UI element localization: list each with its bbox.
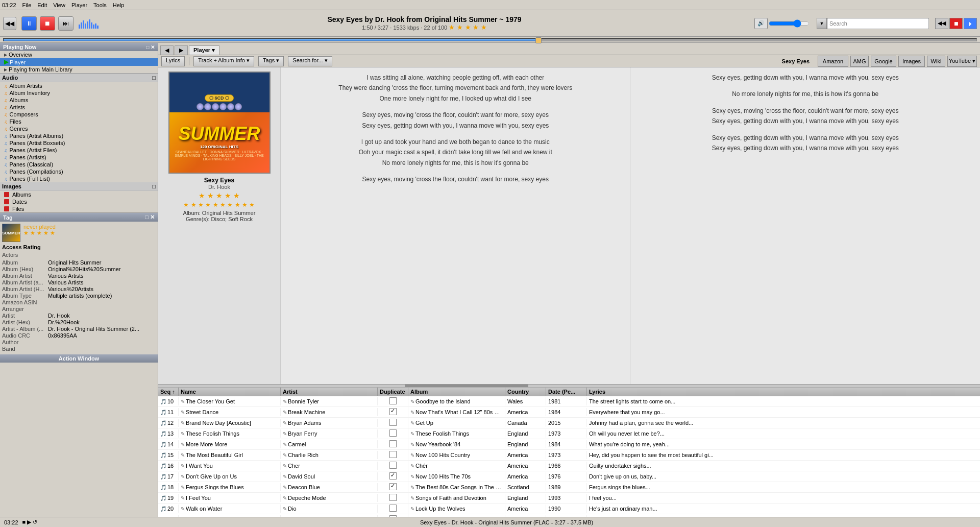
table-row[interactable]: 🎵11 ✎Street Dance ✎Break Machine ✎Now Th… xyxy=(158,407,980,418)
audio-expand[interactable]: □ xyxy=(152,75,156,81)
artists-label: Artists xyxy=(10,104,26,110)
google-button[interactable]: Google xyxy=(871,56,896,67)
images-button[interactable]: Images xyxy=(898,56,925,67)
tag-stars[interactable]: ★ ★ ★ ★ ★ xyxy=(23,230,156,236)
tab-player[interactable]: Player ▾ xyxy=(189,45,219,55)
menubar: 03:22 File Edit View Player Tools Help xyxy=(0,0,980,10)
album-rating-stars[interactable]: ★ ★ ★ ★ ★ xyxy=(199,191,240,200)
album-artist: Dr. Hook xyxy=(208,184,230,190)
table-row[interactable]: 🎵12 ✎Brand New Day [Acoustic] ✎Bryan Ada… xyxy=(158,418,980,428)
amazon-button[interactable]: Amazon xyxy=(818,56,848,67)
tab-nav-back[interactable]: ◀ xyxy=(160,45,174,55)
lyrics-tab-button[interactable]: Lyrics xyxy=(161,56,185,66)
track-scroll-indicator[interactable] xyxy=(158,385,980,388)
col-header-country[interactable]: Country xyxy=(505,388,546,396)
playing-now-expand[interactable]: □ ✕ xyxy=(146,44,155,50)
nav-back-button[interactable]: ◀◀ xyxy=(3,17,16,30)
prev-track-ctrl-button[interactable]: ◀◀ xyxy=(935,18,948,29)
track-artist-icon: ✎ xyxy=(283,452,287,458)
col-header-date[interactable]: Date (Pe... xyxy=(546,388,587,396)
panes-artist-files-label: Panes (Artist Files) xyxy=(10,147,57,153)
table-row[interactable]: 🎵18 ✎Fergus Sings the Blues ✎Deacon Blue… xyxy=(158,482,980,493)
sidebar-item-images-albums[interactable]: Albums xyxy=(0,191,158,198)
track-name-icon: ✎ xyxy=(181,495,185,501)
sidebar-item-panes-full-list[interactable]: ♫ Panes (Full List) xyxy=(0,175,158,182)
menu-player[interactable]: Player xyxy=(71,2,87,8)
search-dropdown-button[interactable]: ▼ xyxy=(817,18,827,29)
track-seq: 🎵10 xyxy=(158,397,179,405)
col-header-lyrics[interactable]: Lyrics xyxy=(587,388,980,396)
menu-view[interactable]: View xyxy=(53,2,65,8)
amg-button[interactable]: AMG xyxy=(850,56,869,67)
wiki-button[interactable]: Wiki xyxy=(927,56,945,67)
sidebar-item-albums[interactable]: ♫ Albums xyxy=(0,97,158,104)
sidebar-item-images-dates[interactable]: Dates xyxy=(0,198,158,205)
menu-help[interactable]: Help xyxy=(113,2,125,8)
progress-bar-container[interactable] xyxy=(0,37,980,43)
menu-file[interactable]: File xyxy=(22,2,32,8)
sidebar-item-album-inventory[interactable]: ♫ Album Inventory xyxy=(0,89,158,97)
menu-tools[interactable]: Tools xyxy=(93,2,107,8)
track-lyrics: Our lips shouldn't touch... xyxy=(587,515,980,517)
col-header-duplicate[interactable]: Duplicate xyxy=(378,388,408,396)
volume-slider[interactable] xyxy=(769,19,810,28)
progress-track[interactable] xyxy=(3,38,977,41)
track-list-area: Seq ↑ Name Artist Duplicate Album Countr… xyxy=(158,384,980,517)
search-for-button[interactable]: Search for... ▾ xyxy=(288,56,332,66)
col-header-name[interactable]: Name xyxy=(179,388,281,396)
tab-nav-fwd[interactable]: ▶ xyxy=(175,45,188,55)
table-row[interactable]: 🎵19 ✎I Feel You ✎Depeche Mode ✎Songs of … xyxy=(158,493,980,504)
album-rating-stars2[interactable]: ★ ★ ★ ★ ★ ★ ★ ★ ★ ★ xyxy=(183,201,255,208)
sidebar-item-overview[interactable]: ▶ Overview xyxy=(0,51,158,58)
panes-artists-label: Panes (Artists) xyxy=(10,154,46,160)
vol-down-button[interactable]: 🔊 xyxy=(754,18,768,29)
table-row[interactable]: 🎵17 ✎Don't Give Up on Us ✎David Soul ✎No… xyxy=(158,471,980,482)
stop-button[interactable]: ⏹ xyxy=(40,16,55,31)
col-header-album[interactable]: Album xyxy=(408,388,505,396)
youtube-button[interactable]: YouTube ▾ xyxy=(947,56,977,67)
sidebar-item-player[interactable]: ▶ Player xyxy=(0,58,158,66)
table-row[interactable]: 🎵14 ✎More More More ✎Carmel ✎Now Yearboo… xyxy=(158,439,980,450)
sidebar-item-playing-from-main[interactable]: ▶ Playing from Main Library xyxy=(0,66,158,73)
play-ctrl-button[interactable]: ⏵ xyxy=(964,18,977,29)
tags-button[interactable]: Tags ▾ xyxy=(258,56,284,66)
sidebar-item-images-files[interactable]: Files xyxy=(0,205,158,212)
tag-album-row: Album Original Hits Summer xyxy=(2,259,156,266)
track-album-info-button[interactable]: Track + Album Info ▾ xyxy=(193,56,254,66)
table-row[interactable]: 🎵10 ✎The Closer You Get ✎Bonnie Tyler ✎G… xyxy=(158,396,980,407)
sidebar-item-panes-artist-files[interactable]: ♫ Panes (Artist Files) xyxy=(0,147,158,154)
album-genre-label: Genre(s): Disco; Soft Rock xyxy=(186,216,253,222)
track-dup xyxy=(378,514,408,517)
sidebar-item-panes-compilations[interactable]: ♫ Panes (Compilations) xyxy=(0,168,158,175)
sidebar-item-composers[interactable]: ♫ Composers xyxy=(0,111,158,118)
table-row[interactable]: 🎵21 ✎Move Over Darling ✎Doris Day ✎Ultim… xyxy=(158,514,980,517)
images-expand[interactable]: □ xyxy=(152,183,156,189)
progress-thumb[interactable] xyxy=(535,37,542,43)
sidebar-item-panes-artist-boxsets[interactable]: ♫ Panes (Artist Boxsets) xyxy=(0,139,158,147)
next-button[interactable]: ⏭ xyxy=(58,16,74,31)
images-albums-label: Albums xyxy=(12,191,31,198)
search-input[interactable] xyxy=(827,18,929,29)
sidebar-item-artists[interactable]: ♫ Artists xyxy=(0,104,158,111)
images-title: Images xyxy=(2,183,21,189)
play-pause-button[interactable]: ⏸ xyxy=(21,16,37,31)
sidebar-item-album-artists[interactable]: ♫ Album Artists xyxy=(0,82,158,89)
rating-stars[interactable]: ★ ★ ★ ★ ★ xyxy=(449,23,486,31)
sidebar-item-genres[interactable]: ♫ Genres xyxy=(0,125,158,132)
sidebar-item-files[interactable]: ♫ Files xyxy=(0,118,158,125)
tag-controls[interactable]: □ ✕ xyxy=(145,214,155,221)
stop-ctrl-button[interactable]: ⏹ xyxy=(949,18,963,29)
album-cover: ⬡ 6CD ⬡ SUMMER xyxy=(168,71,271,174)
sidebar-item-panes-artist-albums[interactable]: ♫ Panes (Artist Albums) xyxy=(0,132,158,139)
sidebar-item-panes-classical[interactable]: ♫ Panes (Classical) xyxy=(0,161,158,168)
table-row[interactable]: 🎵20 ✎Walk on Water ✎Dio ✎Lock Up the Wol… xyxy=(158,504,980,514)
table-row[interactable]: 🎵13 ✎These Foolish Things ✎Bryan Ferry ✎… xyxy=(158,428,980,439)
col-header-artist[interactable]: Artist xyxy=(281,388,378,396)
menu-edit[interactable]: Edit xyxy=(37,2,47,8)
table-row[interactable]: 🎵16 ✎I Want You ✎Cher ✎Chér America 1966… xyxy=(158,461,980,471)
sidebar-item-panes-artists[interactable]: ♫ Panes (Artists) xyxy=(0,154,158,161)
panes-full-list-label: Panes (Full List) xyxy=(10,176,50,182)
track-country: America xyxy=(505,505,546,513)
col-header-seq[interactable]: Seq ↑ xyxy=(158,388,179,396)
table-row[interactable]: 🎵15 ✎The Most Beautiful Girl ✎Charlie Ri… xyxy=(158,450,980,461)
